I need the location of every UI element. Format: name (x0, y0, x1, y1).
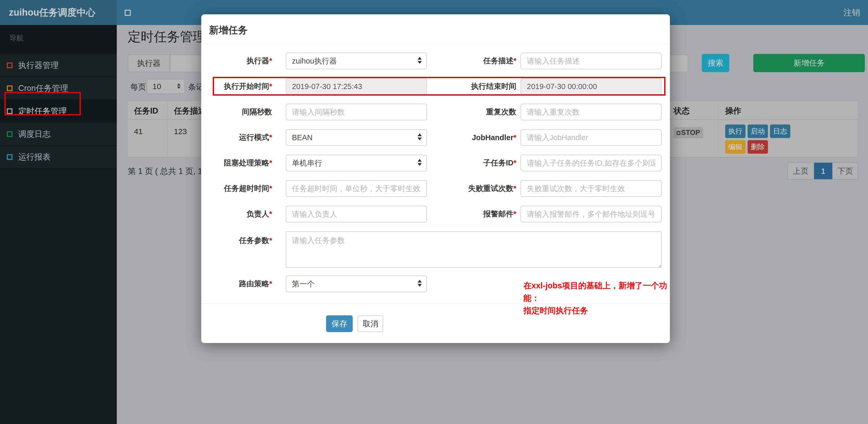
run-mode-select[interactable]: BEAN (286, 129, 427, 146)
timeout-label: 任务超时时间* (201, 183, 286, 194)
modal-header: 新增任务 (201, 14, 670, 44)
cancel-button[interactable]: 取消 (358, 316, 383, 332)
form-row-executor-desc: 执行器* zuihou执行器 任务描述* (201, 53, 670, 69)
cell-status: STOP (667, 120, 719, 158)
task-desc-label: 任务描述* (427, 56, 521, 66)
child-task-id-label: 子任务ID* (427, 158, 521, 168)
task-desc-input[interactable] (521, 53, 661, 69)
interval-label: 间隔秒数 (201, 107, 286, 117)
select-caret-icon (417, 280, 422, 287)
jobhandler-input[interactable] (521, 129, 661, 146)
app-brand: zuihou任务调度中心 (0, 0, 117, 25)
save-button[interactable]: 保存 (326, 316, 353, 332)
sidebar-item-executor-manage[interactable]: 执行器管理 (0, 54, 117, 77)
sidebar-item-label: 运行报表 (18, 152, 51, 163)
cell-task-id: 41 (128, 120, 167, 158)
logout-link[interactable]: 注销 (843, 0, 860, 25)
square-icon (7, 154, 12, 160)
form-row-mode-handler: 运行模式* BEAN JobHandler* (201, 129, 670, 146)
sidebar-item-label: 执行器管理 (18, 60, 59, 71)
edit-button[interactable]: 编辑 (725, 140, 745, 154)
page-title: 定时任务管理 (128, 28, 206, 45)
add-task-button[interactable]: 新增任务 (753, 54, 865, 72)
prev-page-button[interactable]: 上页 (788, 163, 814, 179)
pagination: 上页 1 下页 (787, 162, 858, 180)
alarm-email-input[interactable] (521, 206, 661, 222)
page-size-select[interactable]: 10 (147, 79, 185, 94)
block-strategy-label: 阻塞处理策略* (201, 158, 286, 168)
timeout-input[interactable] (286, 180, 427, 197)
next-page-button[interactable]: 下页 (832, 163, 858, 179)
task-params-label: 任务参数* (201, 231, 286, 246)
child-task-id-input[interactable] (521, 155, 661, 171)
form-row-params: 任务参数* (201, 231, 670, 268)
feature-note-line2: 指定时间执行任务 (523, 304, 673, 317)
cell-actions: 执行启动日志 编辑删除 (719, 120, 858, 158)
annotation-box-sidebar (4, 92, 81, 116)
executor-label: 执行器* (201, 56, 286, 66)
run-button[interactable]: 执行 (725, 125, 745, 138)
select-caret-icon (177, 83, 181, 89)
select-caret-icon (417, 159, 422, 166)
owner-label: 负责人* (201, 209, 286, 219)
jobhandler-label: JobHandler* (427, 133, 521, 142)
sidebar-item-label: 调度日志 (18, 129, 51, 140)
block-strategy-select[interactable]: 单机串行 (286, 155, 427, 171)
feature-note-line1: 在xxl-jobs项目的基础上，新增了一个功能： (523, 280, 673, 304)
status-badge: STOP (674, 127, 703, 138)
form-row-owner-email: 负责人* 报警邮件* (201, 206, 670, 222)
square-icon (7, 63, 12, 68)
square-icon (7, 131, 12, 137)
page-size-prefix: 每页 (130, 82, 146, 93)
square-icon (7, 86, 12, 91)
status-text: STOP (681, 129, 700, 136)
col-status: 状态 (667, 101, 719, 119)
col-task-id: 任务ID (128, 101, 167, 119)
repeat-count-input[interactable] (521, 104, 661, 120)
executor-filter-label: 执行器 (128, 55, 170, 72)
current-page-button[interactable]: 1 (814, 163, 832, 179)
retry-count-input[interactable] (521, 180, 661, 197)
col-actions: 操作 (719, 101, 858, 119)
feature-note: 在xxl-jobs项目的基础上，新增了一个功能： 指定时间执行任务 (523, 280, 673, 317)
sidebar-item-run-report[interactable]: 运行报表 (0, 146, 117, 169)
search-button[interactable]: 搜索 (702, 54, 729, 72)
log-button[interactable]: 日志 (770, 125, 790, 138)
task-params-textarea[interactable] (286, 231, 661, 268)
select-caret-icon (417, 133, 422, 140)
sidebar-toggle-icon[interactable] (125, 10, 131, 16)
modal-title: 新增任务 (209, 25, 248, 35)
route-strategy-label: 路由策略* (201, 279, 286, 289)
sidebar-item-dispatch-log[interactable]: 调度日志 (0, 123, 117, 146)
page-size-value: 10 (153, 82, 161, 91)
form-row-interval-repeat: 间隔秒数 重复次数 (201, 104, 670, 120)
delete-button[interactable]: 删除 (748, 140, 768, 154)
interval-input[interactable] (286, 104, 427, 120)
sidebar: 导航 执行器管理 Cron任务管理 定时任务管理 调度日志 运行报表 (0, 25, 117, 424)
retry-count-label: 失败重试次数* (427, 183, 521, 194)
route-strategy-select[interactable]: 第一个 (286, 275, 427, 292)
select-caret-icon (417, 57, 422, 64)
run-mode-label: 运行模式* (201, 132, 286, 143)
start-button[interactable]: 启动 (748, 125, 768, 138)
repeat-count-label: 重复次数 (427, 107, 521, 117)
stop-square-icon (677, 131, 680, 135)
pagination-summary: 第 1 页 ( 总共 1 页, 1 (128, 166, 202, 177)
form-row-block-childid: 阻塞处理策略* 单机串行 子任务ID* (201, 155, 670, 171)
form-row-timeout-retry: 任务超时时间* 失败重试次数* (201, 180, 670, 197)
owner-input[interactable] (286, 206, 427, 222)
annotation-box-time-row (213, 77, 665, 96)
alarm-email-label: 报警邮件* (427, 209, 521, 219)
add-task-modal: 新增任务 执行器* zuihou执行器 任务描述* 执行开始时间* 执行结束时间… (201, 14, 670, 343)
executor-select[interactable]: zuihou执行器 (286, 53, 427, 69)
sidebar-header: 导航 (0, 25, 117, 54)
